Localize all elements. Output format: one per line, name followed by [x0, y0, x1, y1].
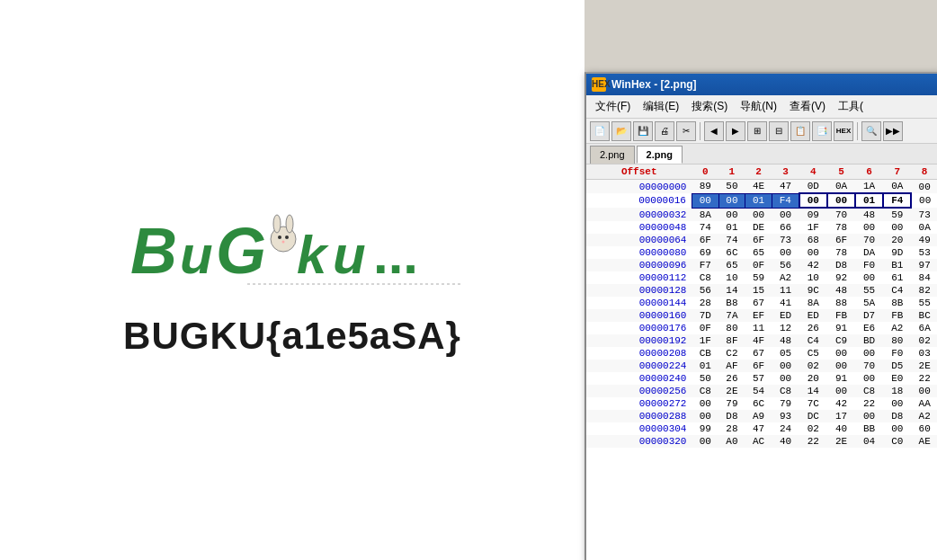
hex-cell[interactable]: CB [692, 347, 718, 360]
hex-cell[interactable]: AF [718, 360, 745, 372]
hex-cell[interactable]: 10 [799, 271, 827, 284]
toolbar-btn-print[interactable]: 🖨 [655, 121, 674, 141]
hex-cell[interactable]: 66 [772, 221, 799, 234]
toolbar-btn-hex[interactable]: HEX [834, 121, 853, 141]
menu-view[interactable]: 查看(V) [784, 97, 831, 116]
hex-cell[interactable]: 09 [799, 208, 827, 221]
hex-cell[interactable]: 50 [692, 372, 718, 385]
hex-cell[interactable]: 48 [772, 334, 799, 347]
hex-cell[interactable]: 28 [692, 297, 718, 309]
hex-cell[interactable]: 0A [827, 180, 855, 194]
hex-cell[interactable]: 01 [745, 193, 772, 208]
hex-cell[interactable]: 00 [827, 385, 855, 397]
hex-cell[interactable]: 97 [911, 259, 937, 271]
hex-cell[interactable]: 74 [692, 221, 718, 234]
hex-cell[interactable]: 49 [911, 234, 937, 246]
toolbar-btn-save[interactable]: 💾 [633, 121, 653, 141]
hex-cell[interactable]: FB [827, 309, 855, 322]
hex-cell[interactable]: 26 [799, 322, 827, 334]
hex-cell[interactable]: 00 [799, 193, 827, 208]
hex-cell[interactable]: 92 [827, 271, 855, 284]
hex-cell[interactable]: 67 [745, 297, 772, 309]
hex-cell[interactable]: 54 [745, 385, 772, 397]
hex-cell[interactable]: 79 [772, 397, 799, 410]
hex-cell[interactable]: 00 [772, 372, 799, 385]
hex-cell[interactable]: 67 [745, 347, 772, 360]
hex-cell[interactable]: 91 [827, 322, 855, 334]
hex-cell[interactable]: 47 [745, 422, 772, 435]
hex-cell[interactable]: 1F [799, 221, 827, 234]
hex-cell[interactable]: 65 [718, 259, 745, 271]
hex-cell[interactable]: 18 [883, 385, 911, 397]
hex-cell[interactable]: 20 [883, 234, 911, 246]
hex-cell[interactable]: 8B [883, 297, 911, 309]
tab-2png-2[interactable]: 2.png [637, 146, 683, 164]
menu-search[interactable]: 搜索(S) [686, 97, 733, 116]
hex-cell[interactable]: 00 [718, 208, 745, 221]
hex-cell[interactable]: C4 [883, 284, 911, 297]
hex-cell[interactable]: A2 [911, 410, 937, 422]
hex-cell[interactable]: 6A [911, 322, 937, 334]
hex-cell[interactable]: 56 [772, 259, 799, 271]
hex-cell[interactable]: 7C [799, 397, 827, 410]
hex-cell[interactable]: C4 [799, 334, 827, 347]
hex-cell[interactable]: 00 [692, 397, 718, 410]
tab-2png-1[interactable]: 2.png [590, 146, 635, 164]
toolbar-btn-6[interactable]: ◀ [704, 121, 724, 141]
hex-cell[interactable]: 89 [692, 180, 718, 194]
hex-cell[interactable]: 26 [718, 372, 745, 385]
hex-cell[interactable]: 59 [883, 208, 911, 221]
hex-cell[interactable]: 8F [718, 334, 745, 347]
hex-cell[interactable]: 00 [692, 410, 718, 422]
toolbar-btn-7[interactable]: ▶ [726, 121, 745, 141]
hex-cell[interactable]: 7D [692, 309, 718, 322]
hex-cell[interactable]: E0 [883, 372, 911, 385]
hex-cell[interactable]: 4E [745, 180, 772, 194]
hex-cell[interactable]: 14 [799, 385, 827, 397]
hex-cell[interactable]: 20 [799, 372, 827, 385]
hex-cell[interactable]: BC [911, 309, 937, 322]
hex-cell[interactable]: 6F [745, 360, 772, 372]
hex-cell[interactable]: 04 [855, 435, 883, 448]
hex-cell[interactable]: 78 [827, 246, 855, 259]
hex-cell[interactable]: 47 [772, 180, 799, 194]
hex-cell[interactable]: 00 [692, 193, 718, 208]
hex-cell[interactable]: 00 [772, 246, 799, 259]
hex-cell[interactable]: 80 [883, 334, 911, 347]
hex-cell[interactable]: 6C [718, 246, 745, 259]
hex-cell[interactable]: F7 [692, 259, 718, 271]
hex-cell[interactable]: ED [772, 309, 799, 322]
hex-cell[interactable]: 00 [883, 397, 911, 410]
hex-cell[interactable]: D8 [718, 410, 745, 422]
hex-cell[interactable]: B1 [883, 259, 911, 271]
hex-cell[interactable]: D7 [855, 309, 883, 322]
hex-cell[interactable]: 03 [911, 347, 937, 360]
hex-cell[interactable]: 00 [799, 246, 827, 259]
hex-cell[interactable]: 9C [799, 284, 827, 297]
hex-cell[interactable]: 61 [883, 271, 911, 284]
hex-cell[interactable]: 1F [692, 334, 718, 347]
hex-cell[interactable]: 0A [883, 180, 911, 194]
hex-cell[interactable]: 22 [911, 372, 937, 385]
toolbar-btn-go[interactable]: ▶▶ [883, 121, 903, 141]
hex-cell[interactable]: 11 [772, 284, 799, 297]
hex-cell[interactable]: 48 [827, 284, 855, 297]
hex-cell[interactable]: A0 [718, 435, 745, 448]
hex-cell[interactable]: C8 [855, 385, 883, 397]
hex-cell[interactable]: 65 [745, 246, 772, 259]
hex-cell[interactable]: 56 [692, 284, 718, 297]
toolbar-btn-11[interactable]: 📑 [812, 121, 832, 141]
hex-cell[interactable]: 0F [745, 259, 772, 271]
hex-cell[interactable]: 60 [911, 422, 937, 435]
hex-cell[interactable]: 48 [855, 208, 883, 221]
hex-cell[interactable]: D8 [883, 410, 911, 422]
hex-cell[interactable]: 70 [855, 360, 883, 372]
hex-cell[interactable]: 7A [718, 309, 745, 322]
hex-cell[interactable]: 00 [772, 360, 799, 372]
hex-cell[interactable]: 6F [827, 234, 855, 246]
hex-cell[interactable]: AC [745, 435, 772, 448]
hex-cell[interactable]: DE [745, 221, 772, 234]
hex-cell[interactable]: 55 [911, 297, 937, 309]
hex-cell[interactable]: 91 [827, 372, 855, 385]
hex-cell[interactable]: A2 [772, 271, 799, 284]
